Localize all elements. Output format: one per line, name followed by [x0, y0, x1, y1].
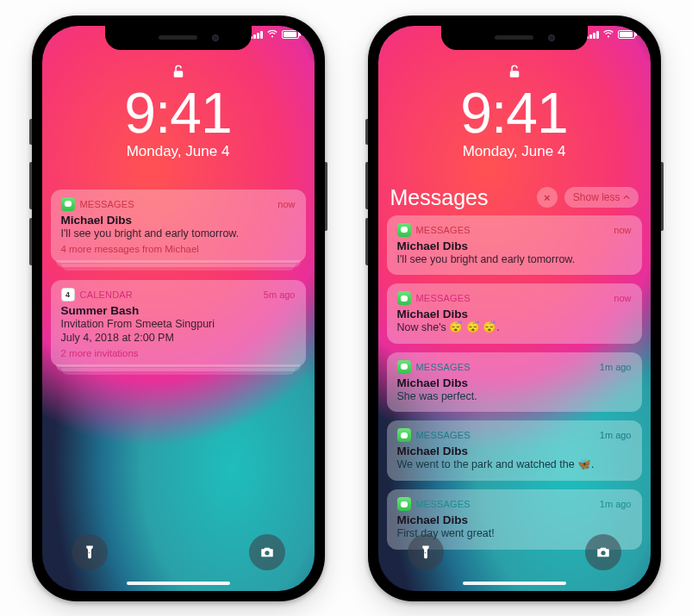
home-indicator[interactable]: [127, 582, 230, 585]
messages-app-icon: [397, 428, 411, 442]
close-icon: ×: [544, 191, 551, 204]
battery-icon: [618, 30, 635, 39]
cellular-signal-icon: [250, 30, 263, 39]
camera-button[interactable]: [249, 534, 285, 570]
status-bar: [250, 29, 299, 40]
notification-body: I'll see you bright and early tomorrow.: [61, 227, 296, 241]
notification-app-label: CALENDAR: [80, 289, 134, 300]
calendar-app-icon: 4: [61, 288, 75, 302]
cellular-signal-icon: [586, 30, 599, 39]
wifi-icon: [602, 29, 614, 40]
notification-group-title: Messages: [390, 185, 530, 210]
notification-app-label: MESSAGES: [80, 199, 134, 209]
notification-app-label: MESSAGES: [416, 293, 471, 303]
lock-header: 9:41 Monday, June 4: [378, 62, 651, 160]
home-indicator[interactable]: [463, 582, 566, 585]
camera-icon: [259, 544, 275, 560]
show-less-button[interactable]: Show less: [564, 187, 639, 208]
iphone-frame-right: 9:41 Monday, June 4 Messages × Show less…: [368, 16, 661, 601]
close-group-button[interactable]: ×: [537, 187, 558, 208]
notification-app-label: MESSAGES: [416, 362, 471, 372]
notification-title: Michael Dibs: [397, 240, 632, 252]
camera-icon: [595, 544, 611, 560]
clock-date: Monday, June 4: [42, 143, 315, 160]
notification-item[interactable]: MESSAGES 1m ago Michael Dibs She was per…: [387, 352, 642, 413]
notch: [105, 26, 252, 50]
notification-timestamp: 1m ago: [600, 430, 632, 440]
clock-time: 9:41: [378, 84, 651, 141]
notification-timestamp: now: [614, 293, 631, 303]
notification-body: She was perfect.: [397, 390, 632, 404]
notification-group-header: Messages × Show less: [387, 185, 642, 215]
status-bar: [586, 29, 635, 40]
messages-app-icon: [397, 497, 411, 511]
notification-title: Summer Bash: [61, 304, 296, 317]
flashlight-icon: [82, 544, 97, 560]
notification-app-label: MESSAGES: [416, 225, 471, 235]
notification-body: Now she's 😴 😴 😴.: [397, 321, 632, 335]
notification-item[interactable]: MESSAGES now Michael Dibs Now she's 😴 😴 …: [387, 283, 642, 344]
messages-app-icon: [61, 197, 75, 211]
notification-timestamp: now: [277, 199, 295, 209]
notification-timestamp: 5m ago: [264, 289, 296, 300]
messages-app-icon: [397, 360, 411, 374]
svg-rect-0: [173, 71, 183, 78]
messages-app-icon: [397, 291, 411, 305]
notch: [441, 26, 588, 50]
wifi-icon: [266, 29, 278, 40]
clock-date: Monday, June 4: [378, 143, 651, 160]
lock-screen-right: 9:41 Monday, June 4 Messages × Show less…: [378, 26, 651, 591]
notification-timestamp: 1m ago: [600, 499, 632, 509]
lock-open-icon: [507, 62, 522, 81]
lock-header: 9:41 Monday, June 4: [42, 62, 315, 160]
lock-open-icon: [171, 62, 186, 81]
notification-app-label: MESSAGES: [416, 430, 471, 440]
notification-calendar-group[interactable]: 4 CALENDAR 5m ago Summer Bash Invitation…: [51, 280, 306, 367]
lock-screen-left: 9:41 Monday, June 4 MESSAGES now Michael…: [42, 26, 315, 591]
notification-title: Michael Dibs: [61, 214, 296, 227]
flashlight-button[interactable]: [408, 534, 444, 570]
notification-body: We went to the park and watched the 🦋.: [397, 458, 632, 472]
camera-button[interactable]: [585, 534, 621, 570]
notification-more-count: 2 more invitations: [61, 348, 296, 358]
flashlight-button[interactable]: [72, 534, 108, 570]
svg-rect-1: [509, 71, 519, 78]
notification-app-label: MESSAGES: [416, 499, 471, 509]
notification-body: Invitation From Smeeta Singpuri July 4, …: [61, 318, 296, 345]
notification-body: I'll see you bright and early tomorrow.: [397, 253, 632, 267]
notification-more-count: 4 more messages from Michael: [61, 244, 296, 254]
iphone-frame-left: 9:41 Monday, June 4 MESSAGES now Michael…: [32, 16, 325, 601]
show-less-label: Show less: [573, 191, 620, 203]
notification-title: Michael Dibs: [397, 308, 632, 320]
notification-timestamp: 1m ago: [600, 362, 632, 372]
notification-title: Michael Dibs: [397, 513, 632, 526]
notification-title: Michael Dibs: [397, 376, 632, 389]
battery-icon: [282, 30, 299, 39]
notification-title: Michael Dibs: [397, 445, 632, 457]
messages-app-icon: [397, 223, 411, 237]
notification-item[interactable]: MESSAGES now Michael Dibs I'll see you b…: [387, 215, 642, 276]
notification-timestamp: now: [614, 225, 631, 235]
notification-messages-group[interactable]: MESSAGES now Michael Dibs I'll see you b…: [51, 190, 306, 264]
flashlight-icon: [418, 544, 433, 560]
chevron-up-icon: [623, 194, 630, 201]
notification-item[interactable]: MESSAGES 1m ago Michael Dibs We went to …: [387, 420, 642, 481]
clock-time: 9:41: [42, 84, 315, 141]
